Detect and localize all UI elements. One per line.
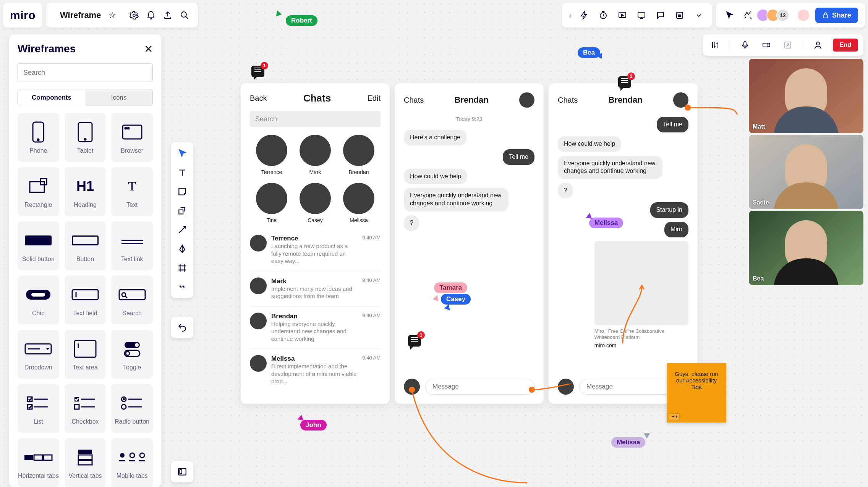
edit-button[interactable]: Edit <box>368 94 381 103</box>
comp-chip[interactable]: Chip <box>18 276 59 324</box>
comment-1[interactable]: 1 <box>251 66 264 77</box>
wireframe-convo-1[interactable]: Chats Brendan Today 9:23 Here's a challe… <box>395 83 544 404</box>
svg-point-51 <box>120 453 125 458</box>
comp-tablet[interactable]: Tablet <box>65 113 106 162</box>
chats-search[interactable]: Search <box>250 111 381 127</box>
comp-htabs[interactable]: Horizontal tabs <box>18 438 59 487</box>
share-screen-icon[interactable] <box>781 39 794 52</box>
comp-text-link[interactable]: Text link <box>111 221 153 270</box>
minimap-button[interactable] <box>171 461 193 482</box>
sticky-note[interactable]: Guys, please run our Accessibility Test … <box>667 363 726 422</box>
svg-point-31 <box>126 352 130 355</box>
contact[interactable]: Melissa <box>343 183 374 223</box>
msg: ? <box>558 183 573 198</box>
comp-solid-button[interactable]: Solid button <box>18 221 59 270</box>
comp-checkbox[interactable]: Checkbox <box>65 384 106 433</box>
comp-text-field[interactable]: Text field <box>65 276 106 324</box>
contact[interactable]: Terrence <box>256 135 287 175</box>
tool-more[interactable] <box>176 281 189 293</box>
presence-avatars[interactable]: 12 <box>760 9 789 22</box>
tool-sticky[interactable] <box>176 185 189 198</box>
close-icon[interactable]: ✕ <box>144 43 153 55</box>
tool-shape[interactable] <box>176 204 189 217</box>
contact[interactable]: Brendan <box>343 135 374 175</box>
tool-select[interactable] <box>176 147 189 160</box>
chat-row[interactable]: TerrenceLaunching a new product as a ful… <box>250 229 381 271</box>
contact[interactable]: Mark <box>300 135 331 175</box>
comp-search[interactable]: Search <box>111 276 153 324</box>
list-icon[interactable] <box>673 9 686 22</box>
chat-icon[interactable] <box>654 9 667 22</box>
comp-vtabs[interactable]: Vertical tabs <box>65 438 106 487</box>
svg-point-11 <box>37 139 39 140</box>
svg-point-41 <box>123 398 125 400</box>
chat-row[interactable]: MarkImplement many new ideas and suggest… <box>250 271 381 306</box>
star-icon[interactable]: ☆ <box>108 10 116 20</box>
end-call-button[interactable]: End <box>833 39 858 52</box>
link-url[interactable]: miro.com <box>594 342 688 348</box>
timer-icon[interactable] <box>597 9 610 22</box>
bell-icon[interactable] <box>144 9 157 22</box>
chevron-left-icon[interactable]: ‹ <box>569 11 572 20</box>
tab-icons[interactable]: Icons <box>85 89 152 106</box>
camera-icon[interactable] <box>760 39 773 52</box>
svg-point-55 <box>140 453 144 458</box>
wireframe-chats[interactable]: Back Chats Edit Search Terrence Mark Bre… <box>241 83 390 404</box>
cursor-icon[interactable] <box>723 9 736 22</box>
comment-2[interactable]: 1 <box>408 335 421 347</box>
upload-icon[interactable] <box>161 9 174 22</box>
search-icon[interactable] <box>178 9 191 22</box>
wireframe-convo-2[interactable]: Chats Brendan Tell me How could we help … <box>549 83 698 404</box>
tool-frame[interactable] <box>176 261 189 274</box>
bolt-icon[interactable] <box>578 9 591 22</box>
message-input[interactable] <box>425 379 534 395</box>
back-button[interactable]: Chats <box>558 96 578 105</box>
contact[interactable]: Tina <box>256 183 287 223</box>
comp-button[interactable]: Button <box>65 221 106 270</box>
mic-icon[interactable] <box>738 39 751 52</box>
link-preview[interactable] <box>594 241 688 325</box>
comp-rectangle[interactable]: Rectangle <box>18 167 59 216</box>
reactions-icon[interactable] <box>741 9 754 22</box>
back-button[interactable]: Back <box>250 94 267 103</box>
comp-radio[interactable]: Radio button <box>111 384 153 433</box>
settings-icon[interactable] <box>128 9 141 22</box>
comp-browser[interactable]: Browser <box>111 113 153 162</box>
svg-point-29 <box>135 343 139 347</box>
avatar[interactable] <box>519 92 534 108</box>
more-icon[interactable] <box>692 9 705 22</box>
board-name[interactable]: Wireframe <box>53 10 105 20</box>
sticky-reactions[interactable]: +9 <box>669 413 680 420</box>
back-button[interactable]: Chats <box>404 96 424 105</box>
video-grid: Matt Sadie Bea <box>749 59 863 285</box>
share-button[interactable]: Share <box>815 8 858 23</box>
comp-list[interactable]: List <box>18 384 59 433</box>
comp-text-area[interactable]: Text area <box>65 330 106 379</box>
undo-button[interactable] <box>171 317 193 338</box>
avatar[interactable] <box>673 92 688 108</box>
contact[interactable]: Casey <box>300 183 331 223</box>
tool-pen[interactable] <box>176 242 189 255</box>
video-tile[interactable]: Matt <box>749 59 863 133</box>
sliders-icon[interactable] <box>708 39 721 52</box>
chat-row[interactable]: BrendanHelping everyone quickly understa… <box>250 306 381 349</box>
host-avatar[interactable] <box>797 9 810 22</box>
tab-components[interactable]: Components <box>18 89 85 106</box>
panel-search-input[interactable] <box>18 63 153 82</box>
comp-mtabs[interactable]: Mobile tabs <box>111 438 153 487</box>
video-tile[interactable]: Bea <box>749 211 863 285</box>
comment-3[interactable]: 2 <box>618 76 631 88</box>
comp-dropdown[interactable]: Dropdown <box>18 330 59 379</box>
person-icon[interactable] <box>811 39 824 52</box>
tool-line[interactable] <box>176 223 189 236</box>
comp-text[interactable]: TText <box>111 167 153 216</box>
present-icon[interactable] <box>616 9 629 22</box>
tool-text[interactable] <box>176 166 189 179</box>
link-meta: Miro | Free Online Collaborative Whitebo… <box>594 328 688 341</box>
comp-heading[interactable]: H1Heading <box>65 167 106 216</box>
comp-phone[interactable]: Phone <box>18 113 59 162</box>
chat-row[interactable]: MelissaDirect implementation and the dev… <box>250 349 381 391</box>
screen-icon[interactable] <box>635 9 648 22</box>
video-tile[interactable]: Sadie <box>749 135 863 209</box>
comp-toggle[interactable]: Toggle <box>111 330 153 379</box>
